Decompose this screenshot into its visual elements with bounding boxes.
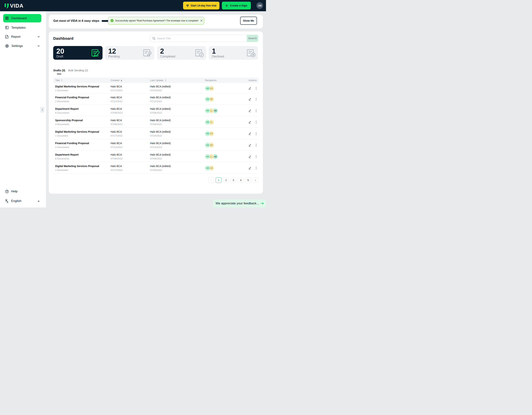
svg-text:A: A [7,201,8,203]
